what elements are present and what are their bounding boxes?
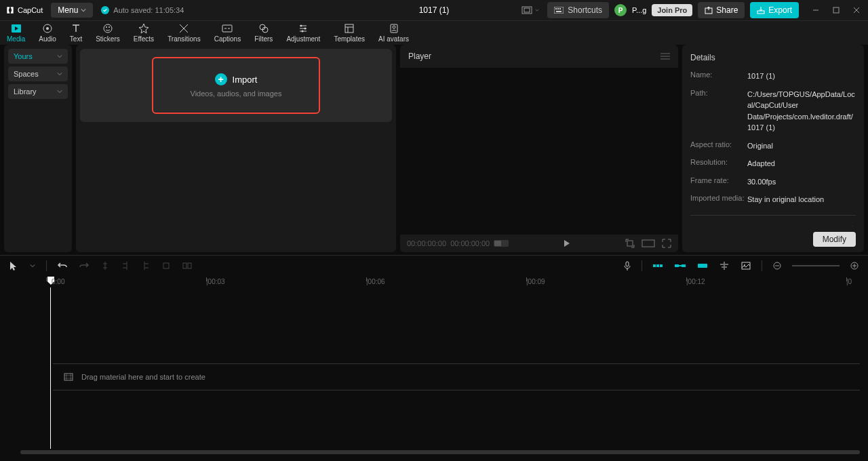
tool-effects[interactable]: Effects xyxy=(127,21,161,45)
filters-icon xyxy=(258,23,269,34)
svg-rect-22 xyxy=(345,24,353,33)
import-hint: Videos, audios, and images xyxy=(191,89,282,98)
tool-adjustment[interactable]: Adjustment xyxy=(279,21,327,45)
export-button[interactable]: Export xyxy=(750,2,799,18)
tool-ai-avatars[interactable]: AI avatars xyxy=(372,21,416,45)
check-icon xyxy=(101,6,109,14)
player-menu-button[interactable] xyxy=(660,53,670,60)
titlebar-right: Shortcuts P P...g Join Pro Share Export xyxy=(519,2,863,18)
preview-axis-button[interactable] xyxy=(696,261,709,270)
minimize-button[interactable] xyxy=(810,4,822,16)
tool-text[interactable]: Text xyxy=(63,21,89,45)
maximize-button[interactable] xyxy=(830,4,842,16)
undo-button[interactable] xyxy=(56,260,68,271)
timeline-body[interactable]: Drag material here and start to create xyxy=(0,287,868,456)
zoom-slider[interactable] xyxy=(792,265,840,266)
delete-left-button[interactable] xyxy=(120,260,131,272)
video-track-icon xyxy=(64,373,73,381)
modify-button[interactable]: Modify xyxy=(813,232,856,247)
tool-captions[interactable]: Captions xyxy=(208,21,248,45)
play-button[interactable] xyxy=(563,239,571,247)
sidebar-item-library[interactable]: Library xyxy=(8,84,68,99)
timeline-ruler[interactable]: 0:00 |00:03 |00:06 |00:09 |00:12 |0 xyxy=(0,275,868,287)
player-viewport[interactable] xyxy=(400,68,678,235)
sidebar-item-spaces[interactable]: Spaces xyxy=(8,66,68,81)
timeline-toolbar xyxy=(0,255,868,275)
align-button[interactable] xyxy=(718,260,730,271)
svg-rect-29 xyxy=(163,263,169,268)
tool-transitions[interactable]: Transitions xyxy=(161,21,208,45)
pointer-tool[interactable] xyxy=(8,260,19,272)
templates-icon xyxy=(344,23,355,34)
horizontal-scrollbar[interactable] xyxy=(20,450,860,454)
split-button[interactable] xyxy=(100,260,111,272)
redo-button[interactable] xyxy=(78,260,90,271)
mic-button[interactable] xyxy=(623,260,632,272)
svg-point-13 xyxy=(104,24,112,33)
svg-rect-34 xyxy=(656,264,659,267)
magnet-main-button[interactable] xyxy=(652,261,664,270)
svg-rect-43 xyxy=(64,374,73,380)
stickers-icon xyxy=(102,23,113,34)
tool-templates[interactable]: Templates xyxy=(327,21,372,45)
time-toggle-icon[interactable] xyxy=(494,240,509,247)
hamburger-icon xyxy=(660,53,670,60)
ruler-mark: |0 xyxy=(846,275,860,287)
svg-rect-30 xyxy=(183,263,186,268)
cover-button[interactable] xyxy=(740,260,752,271)
divider xyxy=(642,260,642,271)
ruler-mark: |00:06 xyxy=(366,275,526,287)
close-button[interactable] xyxy=(850,4,863,16)
scale-icon[interactable] xyxy=(625,239,635,248)
svg-rect-27 xyxy=(627,241,633,246)
zoom-in-button[interactable] xyxy=(849,260,860,271)
user-avatar[interactable]: P xyxy=(614,4,627,16)
titlebar: CapCut Menu Auto saved: 11:05:34 1017 (1… xyxy=(0,0,868,20)
divider xyxy=(762,260,762,271)
window-controls xyxy=(810,4,863,16)
mirror-button[interactable] xyxy=(181,260,193,271)
divider xyxy=(46,260,47,271)
shortcuts-button[interactable]: Shortcuts xyxy=(547,2,609,18)
project-title: 1017 (1) xyxy=(419,5,450,15)
tool-filters[interactable]: Filters xyxy=(248,21,279,45)
chevron-down-icon xyxy=(535,8,539,12)
svg-point-12 xyxy=(46,27,49,30)
ratio-icon[interactable] xyxy=(642,239,655,247)
crop-button[interactable] xyxy=(161,260,172,271)
tool-audio[interactable]: Audio xyxy=(32,21,63,45)
time-display: 00:00:00:00 00:00:00:00 xyxy=(407,239,509,247)
tool-stickers[interactable]: Stickers xyxy=(89,21,127,45)
share-button[interactable]: Share xyxy=(698,2,745,18)
magnet-link-button[interactable] xyxy=(673,261,687,270)
detail-framerate: Frame rate: 30.00fps xyxy=(690,176,856,188)
app-logo: CapCut xyxy=(5,5,43,15)
svg-rect-9 xyxy=(833,7,839,13)
svg-rect-3 xyxy=(555,8,557,9)
ruler-mark: |00:03 xyxy=(206,275,366,287)
media-dropzone: + Import Videos, audios, and images xyxy=(80,49,392,122)
playhead-line[interactable] xyxy=(50,287,51,449)
pointer-dropdown[interactable] xyxy=(28,262,37,270)
sidebar-item-yours[interactable]: Yours xyxy=(8,49,68,64)
track-dropzone[interactable]: Drag material here and start to create xyxy=(53,363,860,390)
app-name: CapCut xyxy=(18,6,43,14)
menu-button[interactable]: Menu xyxy=(51,3,93,18)
export-icon xyxy=(757,6,765,14)
zoom-out-button[interactable] xyxy=(772,260,783,271)
effects-icon xyxy=(138,23,149,34)
scrollbar-thumb[interactable] xyxy=(20,450,860,454)
svg-rect-16 xyxy=(222,25,232,32)
tool-media[interactable]: Media xyxy=(0,21,32,45)
import-box[interactable]: + Import Videos, audios, and images xyxy=(152,57,321,114)
toolbar: Media Audio Text Stickers Effects Transi… xyxy=(0,20,868,45)
aspect-ratio-button[interactable] xyxy=(519,3,542,17)
svg-point-20 xyxy=(304,28,307,30)
svg-rect-35 xyxy=(660,264,663,267)
join-pro-button[interactable]: Join Pro xyxy=(652,4,692,16)
delete-right-button[interactable] xyxy=(140,260,151,272)
titlebar-left: CapCut Menu Auto saved: 11:05:34 xyxy=(5,3,184,18)
autosave-status: Auto saved: 11:05:34 xyxy=(101,6,184,14)
svg-rect-2 xyxy=(554,7,564,14)
fullscreen-icon[interactable] xyxy=(662,239,671,248)
